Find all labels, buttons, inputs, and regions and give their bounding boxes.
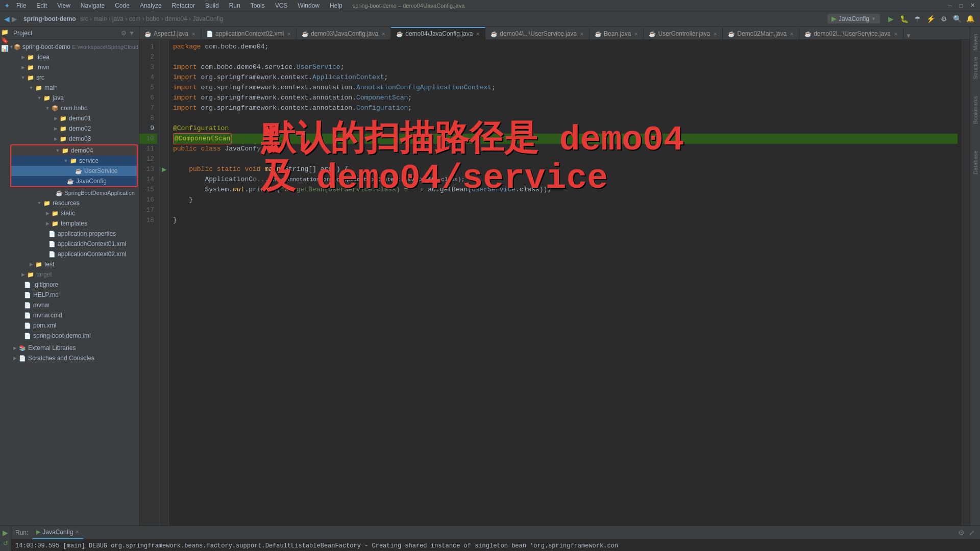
profile-button[interactable]: ⚡: [925, 13, 936, 24]
tree-item-scratches[interactable]: ▶ 📄 Scratches and Consoles: [9, 353, 139, 363]
tab-close-icon[interactable]: ✕: [287, 31, 291, 37]
tree-item-appctx02[interactable]: 📄 applicationContext02.xml: [9, 249, 139, 259]
menu-navigate[interactable]: Navigate: [79, 1, 107, 10]
tab-aspectj[interactable]: ☕ AspectJ.java ✕: [139, 27, 201, 39]
tab-bean[interactable]: ☕ Bean.java ✕: [590, 27, 644, 39]
tree-item-templates[interactable]: ▶ 📁 templates: [9, 218, 139, 229]
run-config-selector[interactable]: ▶ JavaConfig ▼: [827, 14, 880, 23]
menu-analyze[interactable]: Analyze: [138, 1, 164, 10]
panel-header-icons[interactable]: ⚙ ▼: [121, 30, 135, 37]
tree-item-springbootapp[interactable]: ☕ SpringBootDemoApplication: [9, 188, 139, 198]
toolbar-nav-back[interactable]: ◀: [4, 15, 10, 23]
menu-file[interactable]: File: [14, 1, 28, 10]
tab-close-icon[interactable]: ✕: [894, 31, 898, 37]
menu-code[interactable]: Code: [113, 1, 132, 10]
menu-build[interactable]: Build: [203, 1, 221, 10]
tree-item-helpmd[interactable]: 📄 HELP.md: [9, 290, 139, 300]
tab-close-icon[interactable]: ✕: [713, 31, 717, 37]
tab-close-icon[interactable]: ✕: [381, 31, 385, 37]
tree-item-resources[interactable]: ▼ 📁 resources: [9, 198, 139, 208]
tab-close-icon[interactable]: ✕: [580, 31, 584, 37]
tab-demo02-userservice[interactable]: ☕ demo02\...\UserService.java ✕: [799, 27, 903, 39]
right-scrollbar-gutter[interactable]: [962, 40, 970, 525]
tab-appctx02[interactable]: 📄 applicationContext02.xml ✕: [201, 27, 297, 39]
tree-item-demo04[interactable]: ▼ 📁 demo04: [11, 145, 137, 156]
run-gutter-icon[interactable]: ▶: [162, 166, 166, 173]
run-controls[interactable]: ▶ ↺ ■ 📌 ↓ ↑ ↩ 📊 ⭐: [0, 526, 11, 551]
tree-item-root[interactable]: ▼ 📦 spring-boot-demo E:\workspace\Spring…: [9, 42, 139, 52]
tab-close-icon[interactable]: ✕: [634, 31, 638, 37]
project-tree[interactable]: ▼ 📦 spring-boot-demo E:\workspace\Spring…: [9, 40, 139, 525]
tree-item-demo01[interactable]: ▶ 📁 demo01: [9, 113, 139, 123]
structure-label[interactable]: Structure: [971, 55, 979, 82]
tree-item-static[interactable]: ▶ 📁 static: [9, 208, 139, 218]
run-toolbar[interactable]: ⚙ ⤢: [957, 528, 976, 538]
tree-item-mvnw[interactable]: 📄 mvnw: [9, 300, 139, 310]
menu-window[interactable]: Window: [296, 1, 322, 10]
tree-item-mvn[interactable]: ▶ 📁 .mvn: [9, 62, 139, 72]
tree-item-demo03[interactable]: ▶ 📁 demo03: [9, 134, 139, 144]
tree-item-com-bobo[interactable]: ▼ 📦 com.bobo: [9, 103, 139, 113]
menu-edit[interactable]: Edit: [34, 1, 49, 10]
tab-close-icon[interactable]: ✕: [790, 31, 794, 37]
close-button[interactable]: ✕: [969, 2, 976, 9]
tree-item-idea[interactable]: ▶ 📁 .idea: [9, 52, 139, 62]
tree-item-ext-libs[interactable]: ▶ 📚 External Libraries: [9, 343, 139, 353]
gear-icon[interactable]: ⚙: [121, 30, 127, 37]
settings-icon[interactable]: ⚙: [957, 528, 966, 538]
tree-item-demo02[interactable]: ▶ 📁 demo02: [9, 123, 139, 134]
menu-refactor[interactable]: Refactor: [170, 1, 197, 10]
tree-item-gitignore[interactable]: 📄 .gitignore: [9, 280, 139, 290]
expand-icon[interactable]: ⤢: [968, 528, 976, 538]
tree-item-test[interactable]: ▶ 📁 test: [9, 259, 139, 269]
debug-button[interactable]: 🐛: [898, 13, 910, 24]
search-everywhere-icon[interactable]: 🔍: [951, 13, 963, 24]
run-play-icon[interactable]: ▶: [1, 528, 10, 537]
menu-run[interactable]: Run: [227, 1, 242, 10]
tree-item-javaconfig[interactable]: ☕ JavaConfig: [11, 176, 137, 186]
tree-item-iml[interactable]: 📄 spring-boot-demo.iml: [9, 331, 139, 341]
tree-item-main[interactable]: ▼ 📁 main: [9, 83, 139, 93]
coverage-button[interactable]: ☂: [912, 13, 923, 24]
notifications-icon[interactable]: 🔔: [965, 13, 976, 24]
console-output[interactable]: 14:03:09.595 [main] DEBUG org.springfram…: [11, 539, 980, 551]
database-label[interactable]: Database: [971, 148, 979, 177]
run-rerun-icon[interactable]: ↺: [1, 539, 10, 548]
tree-item-app-props[interactable]: 📄 application.properties: [9, 229, 139, 239]
maximize-button[interactable]: □: [958, 2, 965, 9]
settings-icon[interactable]: ⚙: [938, 13, 949, 24]
menu-vcs[interactable]: VCS: [273, 1, 290, 10]
tree-item-pomxml[interactable]: 📄 pom.xml: [9, 320, 139, 331]
tree-item-userservice[interactable]: ☕ UserService: [11, 166, 137, 176]
window-controls[interactable]: ─ □ ✕: [946, 2, 976, 9]
run-tab-close-icon[interactable]: ✕: [75, 529, 79, 535]
tab-demo02main[interactable]: ☕ Demo02Main.java ✕: [723, 27, 799, 39]
run-button[interactable]: ▶: [885, 13, 896, 24]
code-content[interactable]: package com.bobo.demo04; import com.bobo…: [169, 40, 962, 525]
tree-item-mvnwcmd[interactable]: 📄 mvnw.cmd: [9, 310, 139, 320]
menu-help[interactable]: Help: [328, 1, 345, 10]
tree-item-java[interactable]: ▼ 📁 java: [9, 93, 139, 103]
menu-tools[interactable]: Tools: [249, 1, 267, 10]
code-editor[interactable]: 1 2 3 4 5 6 7 8 9 10 11 12 13 14 15 16 1…: [139, 40, 970, 525]
chevron-down-icon[interactable]: ▼: [129, 30, 135, 37]
run-buttons[interactable]: ▶ 🐛 ☂ ⚡ ⚙ 🔍 🔔: [885, 13, 976, 24]
run-tab-bar[interactable]: Run: ▶ JavaConfig ✕ ⚙ ⤢: [11, 526, 980, 539]
toolbar-nav-fwd[interactable]: ▶: [12, 15, 17, 23]
run-tab-javaconfig[interactable]: ▶ JavaConfig ✕: [32, 526, 83, 539]
tree-item-service[interactable]: ▼ 📁 service: [11, 156, 137, 166]
tree-item-appctx01[interactable]: 📄 applicationContext01.xml: [9, 239, 139, 249]
structure-icon[interactable]: 📊: [1, 45, 9, 52]
tree-item-target[interactable]: ▶ 📁 target: [9, 269, 139, 280]
tab-overflow-icon[interactable]: ▼: [905, 32, 912, 39]
bookmarks-label[interactable]: Bookmarks: [971, 94, 979, 126]
tab-close-icon[interactable]: ✕: [191, 31, 195, 37]
menu-view[interactable]: View: [55, 1, 72, 10]
tab-demo04-userservice[interactable]: ☕ demo04\...\UserService.java ✕: [485, 27, 590, 39]
project-icon[interactable]: 📁: [1, 29, 9, 36]
tab-usercontroller[interactable]: ☕ UserController.java ✕: [644, 27, 723, 39]
tree-item-src[interactable]: ▼ 📁 src: [9, 72, 139, 83]
tab-demo04-javaconfig[interactable]: ☕ demo04\JavaConfig.java ✕: [391, 27, 485, 39]
minimize-button[interactable]: ─: [946, 2, 953, 9]
menu-bar[interactable]: File Edit View Navigate Code Analyze Ref…: [14, 1, 345, 10]
